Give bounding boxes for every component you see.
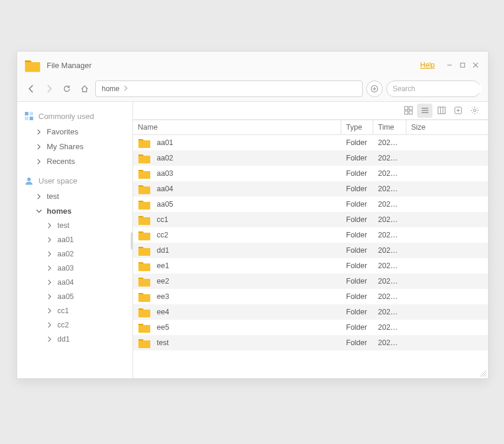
new-button[interactable] (450, 104, 466, 118)
sidebar-item-homes[interactable]: homes (17, 204, 133, 218)
folder-icon (138, 322, 151, 333)
sidebar-item-my-shares[interactable]: My Shares (17, 139, 133, 154)
cell-name: aa01 (133, 137, 341, 148)
table-row[interactable]: aa02Folder2023/0... (133, 150, 488, 166)
cell-name: aa03 (133, 168, 341, 179)
sidebar-subitem[interactable]: aa04 (17, 275, 133, 289)
cell-type: Folder (341, 215, 373, 224)
table-row[interactable]: testFolder2023/1... (133, 335, 488, 350)
table-row[interactable]: aa03Folder2023/0... (133, 166, 488, 181)
search-input[interactable] (393, 85, 482, 93)
folder-icon (138, 168, 151, 179)
sidebar-subitem[interactable]: test (17, 218, 133, 233)
svg-point-11 (27, 178, 31, 181)
table-row[interactable]: cc1Folder2023/0... (133, 212, 488, 227)
breadcrumb[interactable]: home (95, 81, 363, 97)
home-button[interactable] (77, 82, 92, 96)
search-box[interactable] (386, 81, 481, 97)
sidebar-item-label: aa01 (57, 236, 74, 244)
settings-button[interactable] (467, 104, 482, 118)
sidebar-subitem[interactable]: aa05 (17, 289, 133, 304)
sidebar-item-test[interactable]: test (17, 189, 133, 204)
cell-time: 2023/1... (373, 339, 406, 347)
cell-type: Folder (341, 323, 373, 332)
svg-rect-1 (461, 63, 465, 67)
file-name: ee5 (157, 323, 169, 332)
cell-name: ee3 (133, 291, 341, 302)
sidebar-subitem[interactable]: cc1 (17, 304, 133, 318)
close-button[interactable] (469, 59, 482, 72)
file-name: aa03 (157, 169, 173, 178)
sidebar-subitem[interactable]: cc2 (17, 318, 133, 332)
table-row[interactable]: aa05Folder2023/0... (133, 197, 488, 212)
cell-name: ee4 (133, 307, 341, 317)
table-row[interactable]: aa04Folder2023/0... (133, 181, 488, 197)
file-name: ee4 (157, 308, 169, 316)
column-header-size[interactable]: Size (406, 120, 488, 134)
cell-name: aa05 (133, 199, 341, 210)
svg-rect-19 (438, 107, 445, 114)
sidebar-item-label: cc1 (57, 307, 69, 315)
sidebar-item-label: aa05 (57, 292, 74, 301)
file-name: cc2 (157, 231, 168, 239)
folder-icon (138, 307, 151, 317)
file-name: aa01 (157, 139, 173, 147)
sidebar-subitem[interactable]: aa03 (17, 261, 133, 275)
svg-rect-14 (404, 111, 408, 114)
svg-rect-15 (409, 111, 412, 114)
cell-time: 2023/1... (373, 292, 406, 301)
resize-corner-icon[interactable] (479, 369, 487, 377)
sidebar-item-label: aa02 (57, 250, 74, 258)
maximize-button[interactable] (456, 59, 469, 72)
chevron-right-icon (36, 194, 42, 200)
sidebar-section-commonly-used: Commonly used Favorites My Shares Recent… (17, 105, 133, 170)
cell-type: Folder (341, 262, 373, 270)
table-body: aa01Folder2023/0...aa02Folder2023/0...aa… (133, 135, 488, 378)
sidebar-item-recents[interactable]: Recents (17, 154, 133, 169)
sidebar-heading-label: Commonly used (38, 112, 94, 121)
forward-button[interactable] (42, 82, 56, 96)
cell-time: 2023/0... (373, 154, 406, 162)
sidebar-subitem[interactable]: aa02 (17, 247, 133, 261)
folder-icon (138, 214, 151, 225)
table-row[interactable]: ee4Folder2023/1... (133, 304, 488, 320)
chevron-right-icon (123, 85, 129, 93)
column-header-time[interactable]: Time (373, 120, 406, 134)
cell-time: 2023/0... (373, 185, 406, 193)
view-grid-button[interactable] (400, 104, 416, 118)
breadcrumb-segment[interactable]: home (102, 85, 119, 93)
folder-icon (138, 153, 151, 163)
sidebar-item-label: cc2 (57, 321, 69, 329)
table-row[interactable]: ee5Folder2023/1... (133, 320, 488, 335)
help-link[interactable]: Help (420, 61, 435, 69)
chevron-right-icon (47, 251, 53, 257)
sidebar-item-label: test (47, 192, 59, 201)
cell-time: 2023/0... (373, 246, 406, 255)
user-icon (24, 176, 34, 185)
sidebar-subitem[interactable]: dd1 (17, 332, 133, 346)
cell-type: Folder (341, 277, 373, 285)
table-row[interactable]: ee2Folder2023/1... (133, 274, 488, 289)
svg-rect-12 (404, 107, 408, 110)
cell-time: 2023/0... (373, 200, 406, 208)
cell-time: 2023/0... (373, 139, 406, 147)
column-header-name[interactable]: Name (133, 120, 341, 134)
table-row[interactable]: aa01Folder2023/0... (133, 135, 488, 150)
reload-button[interactable] (60, 82, 74, 96)
cell-type: Folder (341, 246, 373, 255)
table-row[interactable]: cc2Folder2023/0... (133, 227, 488, 243)
table-row[interactable]: ee1Folder2023/1... (133, 258, 488, 274)
column-header-type[interactable]: Type (341, 120, 373, 134)
sidebar-item-favorites[interactable]: Favorites (17, 124, 133, 139)
view-list-button[interactable] (417, 104, 432, 118)
table-row[interactable]: dd1Folder2023/0... (133, 243, 488, 258)
back-button[interactable] (24, 82, 38, 96)
cell-type: Folder (341, 200, 373, 208)
file-name: ee2 (157, 277, 169, 285)
table-row[interactable]: ee3Folder2023/1... (133, 289, 488, 304)
upload-button[interactable] (366, 81, 383, 97)
sidebar-subitem[interactable]: aa01 (17, 233, 133, 247)
cell-time: 2023/0... (373, 215, 406, 224)
view-columns-button[interactable] (434, 104, 449, 118)
minimize-button[interactable] (443, 59, 456, 72)
